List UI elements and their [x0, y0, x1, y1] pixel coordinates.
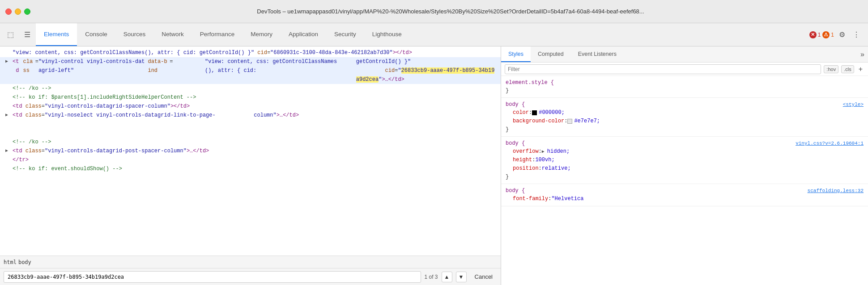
- add-style-button[interactable]: +: [857, 65, 864, 73]
- style-prop-background-color: background-color : #e7e7e7;: [506, 117, 864, 126]
- window-title: DevTools – ue1wmapappasd01/vinyl/app/MAP…: [38, 8, 863, 15]
- tree-expand-arrow[interactable]: ▶: [4, 112, 10, 118]
- html-line: <!-- ko if: $parents[1].includeRightSide…: [0, 93, 501, 102]
- inspect-element-button[interactable]: ⬚: [2, 23, 19, 46]
- filter-input[interactable]: [505, 64, 821, 74]
- main-content: "view: content, css: getControlClassName…: [0, 46, 868, 285]
- html-line: "view: content, css: getControlClassName…: [0, 48, 501, 57]
- style-selector: element.style {: [506, 79, 864, 87]
- html-line: <!-- ko if: event.shouldShow() -->: [0, 164, 501, 173]
- titlebar: DevTools – ue1wmapappasd01/vinyl/app/MAP…: [0, 0, 868, 23]
- tree-expand-arrow[interactable]: ▶: [4, 148, 10, 154]
- tab-memory[interactable]: Memory: [243, 23, 281, 46]
- tab-elements[interactable]: Elements: [36, 23, 77, 46]
- minimize-button[interactable]: [15, 8, 21, 15]
- tab-sources[interactable]: Sources: [115, 23, 154, 46]
- tab-console[interactable]: Console: [77, 23, 115, 46]
- html-line: </tr>: [0, 155, 501, 164]
- more-options-button[interactable]: ⋮: [850, 29, 863, 41]
- style-block-body-1: body { <style> color : #000000; backgrou…: [501, 98, 868, 137]
- search-bar: 1 of 3 ▲ ▼ Cancel: [0, 268, 501, 285]
- breadcrumb-html[interactable]: html: [4, 259, 17, 265]
- style-prop-height: height : 100vh;: [506, 156, 864, 164]
- html-line: <!-- /ko -->: [0, 84, 501, 93]
- html-line: ▶ <td class="vinyl-noselect vinyl-contro…: [0, 111, 501, 138]
- style-block-body-3: body { scaffolding.less:32 font-family :…: [501, 184, 868, 206]
- maximize-button[interactable]: [24, 8, 30, 15]
- html-line: <td class="vinyl-controls-datagrid-space…: [0, 102, 501, 111]
- html-panel: "view: content, css: getControlClassName…: [0, 46, 501, 285]
- style-source-link-2[interactable]: vinyl.css?v=2.6.19604:1: [796, 139, 864, 147]
- style-prop-color: color : #000000;: [506, 109, 864, 117]
- close-button[interactable]: [5, 8, 12, 15]
- devtools-tabbar: ⬚ ☰ Elements Console Sources Network Per…: [0, 23, 868, 46]
- tab-lighthouse[interactable]: Lighthouse: [364, 23, 410, 46]
- html-editor[interactable]: "view: content, css: getControlClassName…: [0, 46, 501, 256]
- warning-icon: ⚠: [822, 31, 830, 38]
- filter-row: :hov .cls +: [501, 63, 868, 76]
- search-next-button[interactable]: ▼: [456, 272, 467, 282]
- error-icon: ✕: [809, 31, 817, 38]
- style-block-element: element.style { }: [501, 76, 868, 98]
- search-cancel-button[interactable]: Cancel: [470, 272, 497, 282]
- style-close-brace: }: [506, 87, 864, 95]
- tree-expand-arrow[interactable]: ▶: [4, 59, 10, 65]
- search-count: 1 of 3: [425, 274, 438, 280]
- color-swatch[interactable]: [567, 119, 572, 124]
- html-line: ▶ <td class="vinyl-controls-datagrid-pos…: [0, 147, 501, 155]
- traffic-lights: [5, 8, 30, 15]
- search-input[interactable]: [4, 271, 421, 283]
- style-block-body-2: body { vinyl.css?v=2.6.19604:1 overflow …: [501, 137, 868, 184]
- tab-performance[interactable]: Performance: [192, 23, 243, 46]
- tab-network[interactable]: Network: [153, 23, 192, 46]
- style-close-brace: }: [506, 173, 864, 181]
- search-prev-button[interactable]: ▲: [442, 272, 452, 282]
- warning-badge[interactable]: ⚠ 1: [822, 31, 834, 38]
- styles-content: element.style { } body { <style> color :…: [501, 76, 868, 285]
- tabbar-actions: ✕ 1 ⚠ 1 ⚙ ⋮: [809, 23, 866, 46]
- tab-computed[interactable]: Computed: [531, 46, 571, 62]
- more-tabs-button[interactable]: »: [857, 46, 868, 62]
- styles-tabbar: Styles Computed Event Listeners »: [501, 46, 868, 63]
- style-source-link[interactable]: <style>: [843, 101, 864, 109]
- style-selector-row: body { <style>: [506, 101, 864, 109]
- breadcrumb: html body: [0, 256, 501, 268]
- tab-styles[interactable]: Styles: [501, 46, 531, 62]
- color-swatch[interactable]: [532, 110, 537, 115]
- hov-filter[interactable]: :hov: [824, 65, 838, 73]
- tab-event-listeners[interactable]: Event Listeners: [571, 46, 624, 62]
- html-line: <!-- /ko -->: [0, 138, 501, 147]
- style-prop-overflow: overflow : ▶ hidden;: [506, 147, 864, 156]
- overflow-expand[interactable]: ▶: [542, 147, 547, 156]
- cls-filter[interactable]: .cls: [841, 65, 854, 73]
- style-selector-row: body { vinyl.css?v=2.6.19604:1: [506, 139, 864, 147]
- device-toggle-button[interactable]: ☰: [19, 23, 36, 46]
- style-close-brace: }: [506, 126, 864, 134]
- styles-panel: Styles Computed Event Listeners » :hov .…: [501, 46, 868, 285]
- style-source-link-3[interactable]: scaffolding.less:32: [808, 187, 864, 195]
- settings-button[interactable]: ⚙: [836, 29, 848, 41]
- tab-security[interactable]: Security: [326, 23, 364, 46]
- error-badge[interactable]: ✕ 1: [809, 31, 821, 38]
- style-prop-position: position : relative;: [506, 164, 864, 173]
- breadcrumb-body[interactable]: body: [18, 259, 31, 265]
- style-prop-font-family: font-family : "Helvetica: [506, 195, 864, 203]
- warning-count: 1: [831, 32, 834, 38]
- tab-application[interactable]: Application: [281, 23, 326, 46]
- style-selector-row: body { scaffolding.less:32: [506, 187, 864, 195]
- html-line: ▶ <td class="vinyl-control vinyl-control…: [0, 57, 501, 84]
- error-count: 1: [818, 32, 821, 38]
